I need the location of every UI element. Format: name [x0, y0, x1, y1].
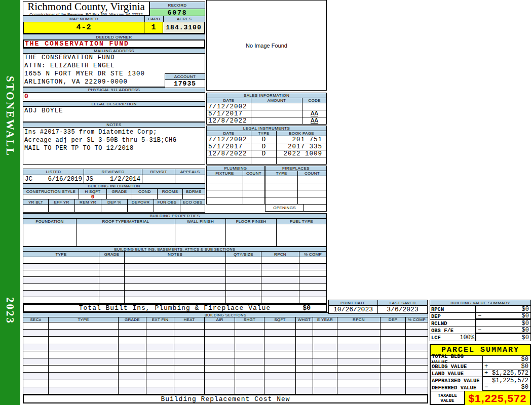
- bvs-value-cell: −$0: [476, 313, 530, 319]
- legal-description-label: LEGAL DESCRIPTION: [23, 101, 205, 107]
- bs-type-label: TYPE: [49, 317, 119, 322]
- empty-cell: [49, 344, 119, 351]
- dates-header: PRINT DATE LAST SAVED: [328, 300, 428, 306]
- empty-cell: [296, 358, 313, 365]
- empty-row: [23, 277, 327, 284]
- empty-cell: [125, 284, 226, 290]
- bs-heat-label: HEAT: [174, 317, 205, 322]
- empty-row: [23, 297, 327, 304]
- empty-cell: [205, 344, 235, 351]
- empty-cell: [125, 297, 226, 303]
- empty-cell: [226, 291, 261, 297]
- empty-row: [23, 330, 428, 337]
- fueltype-label: FUEL TYPE: [277, 219, 326, 224]
- building-information-vals1: 0: [23, 194, 205, 199]
- empty-cell: [261, 291, 299, 297]
- empty-cell: [119, 330, 146, 336]
- ps-value-cell: +$0: [483, 363, 530, 370]
- empty-cell: [119, 373, 146, 379]
- empty-row: [23, 291, 327, 297]
- empty-row: [265, 197, 327, 205]
- ps-row: TOTAL BLDG VALUE $0: [431, 356, 530, 363]
- bs-extfin-label: EXT FIN: [146, 317, 174, 322]
- empty-cell: [381, 387, 406, 394]
- empty-cell: [313, 380, 337, 387]
- empty-cell: [235, 322, 264, 329]
- empty-cell: [146, 358, 174, 365]
- li-date: 7/12/2002: [207, 136, 251, 143]
- empty-cell: [264, 358, 296, 365]
- empty-cell: [264, 373, 296, 379]
- deeded-owner-label: DEEDED OWNER: [23, 34, 205, 40]
- listed-label: LISTED: [23, 169, 84, 175]
- empty-cell: [381, 380, 406, 387]
- empty-row: [23, 351, 428, 358]
- empty-cell: [261, 264, 299, 270]
- empty-cell: [49, 366, 119, 372]
- last-saved-label: LAST SAVED: [378, 300, 427, 305]
- empty-cell: [243, 197, 264, 204]
- li-date-label: DATE: [207, 131, 251, 136]
- map-card-acres-header: MAP NUMBER CARD ACRES: [23, 16, 205, 22]
- empty-cell: [406, 322, 428, 329]
- floorfinish-label: FLOOR FINISH: [226, 219, 277, 224]
- notes-line: Acreage adj per SL 3-50B thru 5-31B;CHG: [24, 136, 204, 144]
- li-bookpage: 2017 335: [277, 143, 326, 150]
- remyr-label: REM YR: [75, 199, 101, 205]
- empty-row: [206, 190, 265, 197]
- empty-cell: [235, 358, 264, 365]
- appeals-label: APPEALS: [175, 169, 205, 175]
- empty-cell: [261, 297, 299, 303]
- bvs-value-cell: $0: [476, 320, 530, 327]
- ps-row: DEFERRED VALUE −$0: [431, 384, 530, 391]
- district-name-vertical: STONEWALL: [4, 76, 16, 157]
- empty-cell: [146, 373, 174, 379]
- bi-rpcn-label: RPCN: [261, 252, 299, 257]
- empty-cell: [226, 270, 261, 276]
- review-values: JC 6/16/2019 JS 1/2/2014: [23, 175, 205, 183]
- empty-cell: [119, 380, 146, 387]
- plumbing-cols: FIXTURE COUNT: [206, 171, 265, 176]
- empty-cell: [313, 387, 337, 394]
- openings-value: [304, 205, 326, 211]
- legal-instrument-row: 5/1/2017 D 2017 335: [206, 143, 327, 150]
- ps-value-cell: +$1,225,572: [483, 370, 530, 377]
- empty-cell: [265, 197, 298, 204]
- dates-values: 10/26/2023 3/6/2023: [328, 306, 428, 314]
- ps-label: APPRAISED VALUE: [431, 377, 483, 384]
- empty-cell: [174, 330, 205, 336]
- bs-air-label: AIR: [205, 317, 235, 322]
- empty-row: [206, 197, 265, 205]
- empty-cell: [226, 277, 261, 283]
- ps-value: $0: [521, 384, 528, 391]
- empty-cell: [23, 373, 49, 379]
- empty-cell: [406, 344, 428, 351]
- empty-row: [206, 176, 265, 183]
- notes-line: Ins #2017-335 from Diatomite Corp;: [24, 128, 204, 136]
- parcel-summary: PARCEL SUMMARY TOTAL BLDG VALUE $0 OBLDG…: [430, 344, 531, 405]
- built-ins-total-value: $0: [302, 305, 311, 311]
- building-sections-empty-rows: [23, 322, 428, 394]
- empty-cell: [264, 387, 296, 394]
- taxable-value: $1,225,572: [465, 391, 530, 405]
- acres-label: ACRES: [164, 16, 205, 22]
- floorfinish-value: [226, 224, 277, 246]
- fireplaces-empty-rows: [265, 176, 327, 205]
- empty-cell: [406, 351, 428, 358]
- empty-cell: [264, 366, 296, 372]
- empty-cell: [261, 284, 299, 290]
- fueltype-value: [277, 224, 326, 246]
- legal-instrument-row: 12/8/2022 D 2022 1009: [206, 150, 327, 157]
- empty-cell: [119, 387, 146, 394]
- review-header: LISTED REVIEWED REVISIT APPEALS: [23, 169, 205, 175]
- notes-line: MAIL TO PER TP TO TO 12/2018: [24, 144, 204, 152]
- building-sections-cols: SEC# TYPE GRADE EXT FIN HEAT AIR SHGT SQ…: [23, 317, 428, 322]
- empty-cell: [205, 337, 235, 343]
- empty-cell: [406, 366, 428, 372]
- empty-cell: [296, 337, 313, 343]
- sales-row: 5/1/2017 AA: [206, 110, 327, 117]
- empty-cell: [207, 197, 243, 204]
- empty-row: [23, 380, 428, 387]
- empty-cell: [296, 387, 313, 394]
- empty-cell: [49, 322, 119, 329]
